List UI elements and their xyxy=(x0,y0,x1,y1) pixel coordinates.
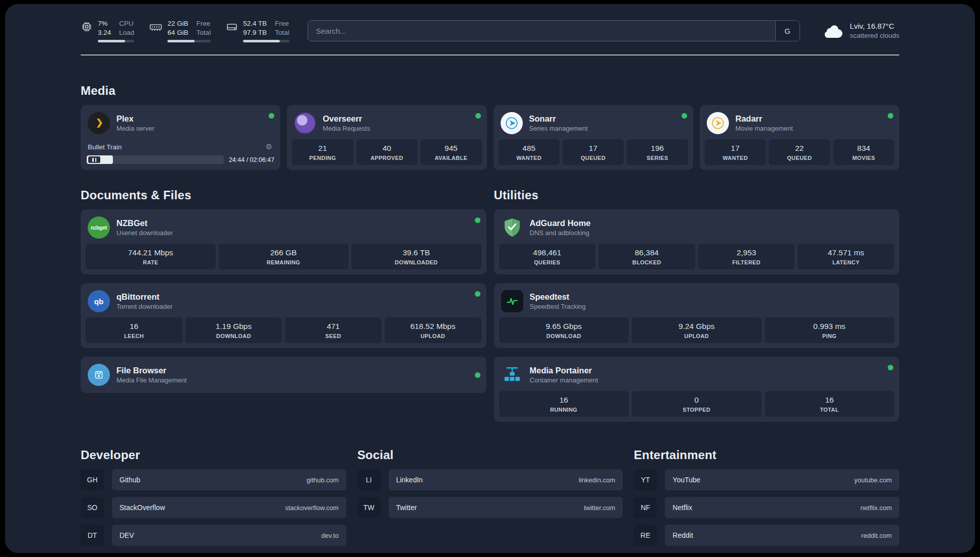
social-section-title: Social xyxy=(357,448,623,462)
card-qbittorrent[interactable]: qb qBittorrent Torrent downloader 16 xyxy=(81,283,486,348)
adguard-desc: DNS and adblocking xyxy=(530,229,591,237)
weather-location: Lviv, 16.87°C xyxy=(850,21,899,31)
weather-condition: scattered clouds xyxy=(850,31,899,40)
card-speedtest[interactable]: Speedtest Speedtest Tracking 9.65 Gbps D… xyxy=(494,283,900,348)
stat-box: 471 SEED xyxy=(285,317,382,343)
qbittorrent-desc: Torrent downloader xyxy=(116,303,172,311)
bookmark-abbr: GH xyxy=(81,469,104,490)
radarr-icon xyxy=(707,112,729,134)
disk-free-label: Free xyxy=(275,19,289,28)
card-adguard[interactable]: AdGuard Home DNS and adblocking 498,461 … xyxy=(494,209,900,274)
weather-widget[interactable]: Lviv, 16.87°C scattered clouds xyxy=(822,21,899,40)
stat-box: 17 WANTED xyxy=(705,139,766,165)
cpu-load-value: 3.24 xyxy=(98,28,111,37)
stat-box: 9.65 Gbps DOWNLOAD xyxy=(499,317,629,343)
cpu-progress-track xyxy=(98,40,134,42)
cpu-widget: 7% 3.24 CPU Load xyxy=(81,19,134,42)
bookmark-abbr: YT xyxy=(634,469,657,490)
stat-box: 22 QUEUED xyxy=(769,139,830,165)
qbittorrent-icon: qb xyxy=(88,290,110,312)
dashboard-frame: 7% 3.24 CPU Load xyxy=(5,4,975,553)
disk-free-value: 52.4 TB xyxy=(243,19,267,28)
bookmark-twitter[interactable]: TW Twitter twitter.com xyxy=(357,497,623,518)
card-plex[interactable]: Plex Media server Bullet Train ⚙ xyxy=(81,105,280,170)
pause-icon[interactable] xyxy=(88,156,100,163)
stat-box: 498,461 QUERIES xyxy=(499,244,596,269)
gear-icon[interactable]: ⚙ xyxy=(266,142,272,151)
search-input[interactable] xyxy=(308,21,775,41)
section-utilities: Utilities xyxy=(494,188,900,422)
sonarr-desc: Series management xyxy=(529,125,588,133)
playback-progress-track[interactable] xyxy=(87,155,224,164)
stat-box: 9.24 Gbps UPLOAD xyxy=(632,317,762,343)
card-portainer[interactable]: Media Portainer Container management 16 … xyxy=(494,357,900,422)
cpu-load-label: Load xyxy=(119,28,134,37)
bookmark-youtube[interactable]: YT YouTube youtube.com xyxy=(634,469,899,490)
stat-box: 21 PENDING xyxy=(292,139,353,165)
stat-box: 744.21 Mbps RATE xyxy=(86,244,216,269)
bookmark-linkedin[interactable]: LI LinkedIn linkedin.com xyxy=(357,469,623,490)
overseerr-status-dot xyxy=(475,113,481,119)
qbittorrent-title: qBittorrent xyxy=(116,292,172,302)
overseerr-desc: Media Requests xyxy=(323,125,370,133)
qbittorrent-status-dot xyxy=(475,291,480,297)
stat-box: 485 WANTED xyxy=(499,139,560,165)
bookmark-abbr: SO xyxy=(81,497,104,518)
sonarr-title: Sonarr xyxy=(529,114,588,124)
stat-box: 17 QUEUED xyxy=(563,139,624,165)
bookmark-github[interactable]: GH Github github.com xyxy=(81,469,346,490)
cpu-label: CPU xyxy=(119,19,134,28)
bookmark-netflix[interactable]: NF Netflix netflix.com xyxy=(634,497,899,518)
stat-box: 945 AVAILABLE xyxy=(420,139,481,165)
now-playing-title: Bullet Train xyxy=(88,143,122,151)
bookmark-abbr: DT xyxy=(81,525,104,546)
filebrowser-desc: Media File Management xyxy=(116,376,187,384)
card-sonarr[interactable]: Sonarr Series management 485 WANTED 17 Q… xyxy=(494,105,693,170)
filebrowser-icon xyxy=(88,364,110,386)
bookmark-abbr: NF xyxy=(634,497,657,518)
filebrowser-title: File Browser xyxy=(116,365,187,376)
stat-box: 834 MOVIES xyxy=(833,139,894,165)
disk-icon xyxy=(226,21,238,33)
stat-box: 39.6 TB DOWNLOADED xyxy=(351,244,481,269)
card-filebrowser[interactable]: File Browser Media File Management xyxy=(81,357,486,393)
disk-widget: 52.4 TB 97.9 TB Free Total xyxy=(226,19,289,42)
cpu-progress-fill xyxy=(98,40,125,42)
disk-total-value: 97.9 TB xyxy=(243,28,267,37)
bookmark-group-entertainment: Entertainment YT YouTube youtube.com NF … xyxy=(634,448,899,546)
bookmark-reddit[interactable]: RE Reddit reddit.com xyxy=(634,525,899,546)
nzbget-icon: nzbget xyxy=(88,216,110,239)
search-bar: G xyxy=(308,20,800,41)
media-section-title: Media xyxy=(81,84,899,98)
bookmarks: Developer GH Github github.com SO StackO… xyxy=(81,448,899,546)
disk-total-label: Total xyxy=(275,28,289,37)
adguard-title: AdGuard Home xyxy=(530,218,591,229)
overseerr-icon xyxy=(294,112,316,134)
memory-free-label: Free xyxy=(197,19,211,28)
plex-icon xyxy=(88,112,110,134)
cpu-percent: 7% xyxy=(98,19,111,28)
stat-box: 16 TOTAL xyxy=(765,391,895,417)
bookmark-group-developer: Developer GH Github github.com SO StackO… xyxy=(81,448,346,546)
stat-box: 40 APPROVED xyxy=(356,139,417,165)
adguard-icon xyxy=(501,216,523,239)
speedtest-desc: Speedtest Tracking xyxy=(530,303,586,311)
search-provider-button[interactable]: G xyxy=(775,21,800,41)
bookmark-stackoverflow[interactable]: SO StackOverflow stackoverflow.com xyxy=(81,497,346,518)
memory-progress-fill xyxy=(167,40,194,42)
stat-box: 1.19 Gbps DOWNLOAD xyxy=(186,317,282,343)
card-radarr[interactable]: Radarr Movie management 17 WANTED 22 QUE… xyxy=(700,105,899,170)
bookmark-dev[interactable]: DT DEV dev.to xyxy=(81,525,346,546)
plex-desc: Media server xyxy=(116,125,154,133)
developer-section-title: Developer xyxy=(81,448,346,462)
stat-box: 0 STOPPED xyxy=(632,391,762,417)
portainer-title: Media Portainer xyxy=(530,365,598,376)
memory-total-value: 64 GiB xyxy=(167,28,188,37)
card-nzbget[interactable]: nzbget NZBGet Usenet downloader 744.21 M… xyxy=(81,209,486,274)
memory-total-label: Total xyxy=(197,28,211,37)
topbar-divider xyxy=(81,54,899,55)
card-overseerr[interactable]: Overseerr Media Requests 21 PENDING 40 A… xyxy=(287,105,486,170)
playback-time: 24:44 / 02:06:47 xyxy=(229,156,274,163)
overseerr-title: Overseerr xyxy=(323,114,370,124)
stat-box: 47.571 ms LATENCY xyxy=(798,244,894,269)
